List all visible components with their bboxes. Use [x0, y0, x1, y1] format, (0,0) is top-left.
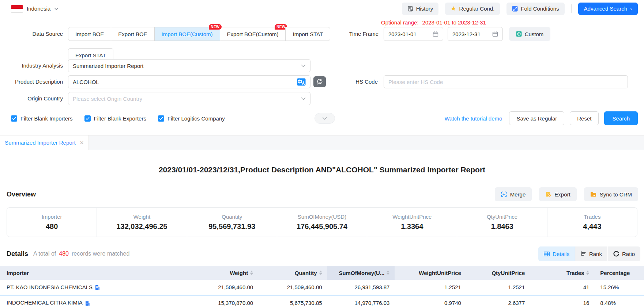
calendar-icon	[433, 31, 438, 37]
tab-summarized-importer-report[interactable]: Summarized Importer Report ×	[0, 135, 89, 150]
stat-label: Quantity	[222, 214, 242, 220]
column-trades-label: Trades	[566, 270, 584, 276]
date-to-input[interactable]: 2023-12-31	[448, 27, 503, 41]
stat-weight: Weight132,032,496.25	[97, 208, 187, 237]
industry-analysis-select[interactable]: Summarized Importer Report	[68, 59, 310, 72]
details-header: Details A total of 480 records were matc…	[7, 246, 640, 261]
product-description-label: Product Description	[0, 75, 63, 88]
view-switcher: Details Rank Ratio	[538, 246, 640, 261]
history-icon	[407, 6, 413, 12]
history-button[interactable]: History	[402, 3, 439, 15]
stat-label: Weight	[133, 214, 150, 220]
country-switcher[interactable]: Indonesia	[11, 0, 59, 17]
star-icon: ★	[451, 5, 456, 12]
tab-export-boe[interactable]: Export BOE	[111, 27, 154, 41]
stat-label: QtyUnitPrice	[487, 214, 517, 220]
importer-link[interactable]: INDOCHEMICAL CITRA KIMIA	[7, 299, 83, 306]
chevron-down-icon	[301, 97, 306, 100]
filter-blank-importers-checkbox[interactable]: Filter Blank Importers	[11, 115, 73, 122]
view-details-button[interactable]: Details	[538, 246, 575, 261]
tutorial-demo-link[interactable]: Watch the tutorial demo	[445, 115, 502, 122]
advanced-search-button[interactable]: Advanced Search ›	[578, 3, 638, 15]
topbar: Indonesia History ★ Regular Cond. Fold C…	[0, 0, 644, 17]
sort-icon[interactable]	[387, 271, 389, 275]
industry-analysis-label: Industry Analysis	[0, 59, 63, 72]
close-icon[interactable]: ×	[80, 139, 84, 146]
topbar-divider	[571, 4, 572, 13]
tab-import-boe-custom-label: Import BOE(Custom)	[162, 31, 213, 37]
filter-blank-exporters-checkbox[interactable]: Filter Blank Exporters	[84, 115, 146, 122]
product-description-input[interactable]: ALCOHOL	[68, 75, 310, 88]
quantity-cell: 5,675,730.85	[258, 295, 327, 306]
stat-sum-of-money: SumOfMoney(USD)176,445,905.74	[277, 208, 367, 237]
reset-button[interactable]: Reset	[570, 111, 599, 125]
filter-logistics-company-checkbox[interactable]: Filter Logitics Company	[158, 115, 225, 122]
save-as-regular-button[interactable]: Save as Regular	[509, 111, 564, 125]
search-button[interactable]: Search	[604, 111, 638, 125]
column-quantity[interactable]: Quantity	[258, 266, 327, 280]
column-weight[interactable]: Weight	[193, 266, 259, 280]
checkbox-checked-icon	[11, 115, 17, 122]
overview-actions: Merge Export Sync to CRM	[495, 187, 638, 201]
origin-country-select[interactable]: Please select Origin Country	[68, 92, 310, 105]
checkbox-checked-icon	[84, 115, 91, 122]
sync-to-crm-button[interactable]: Sync to CRM	[584, 187, 638, 201]
sort-icon[interactable]	[586, 271, 589, 275]
overview-heading: Overview	[7, 191, 36, 198]
tab-export-boe-custom-label: Export BOE(Custom)	[227, 31, 279, 37]
search-panel: Optional range: 2023-01-01 to 2023-12-31…	[0, 17, 644, 135]
custom-icon	[516, 31, 522, 37]
importer-link[interactable]: PT. KAO INDONESIA CHEMICALS	[7, 284, 93, 290]
regular-cond-button[interactable]: ★ Regular Cond.	[445, 3, 500, 15]
stat-value: 95,569,731.93	[208, 222, 255, 231]
date-from-value: 2023-01-01	[388, 31, 417, 37]
data-source-group: Import BOE Export BOE Import BOE(Custom)…	[68, 27, 330, 41]
column-trades[interactable]: Trades	[530, 266, 594, 280]
company-profile-icon[interactable]	[95, 285, 100, 290]
view-ratio-button[interactable]: Ratio	[608, 246, 640, 261]
stat-qty-unit-price: QtyUnitPrice1.8463	[457, 208, 547, 237]
stat-label: Trades	[584, 214, 600, 220]
column-sum-of-money[interactable]: SumOfMoney(U...	[327, 266, 395, 280]
custom-range-button[interactable]: Custom	[509, 27, 550, 41]
export-button[interactable]: Export	[539, 187, 576, 201]
date-to-value: 2023-12-31	[452, 31, 481, 37]
translate-icon[interactable]	[297, 78, 306, 86]
merge-button[interactable]: Merge	[495, 187, 532, 201]
origin-country-placeholder: Please select Origin Country	[73, 96, 142, 102]
view-details-label: Details	[553, 251, 569, 257]
details-heading: Details	[7, 250, 28, 258]
tab-export-boe-custom[interactable]: Export BOE(Custom)NEW	[220, 27, 286, 41]
column-qty-unit-price: QtyUnitPrice	[466, 266, 530, 280]
expand-conditions-button[interactable]	[315, 113, 335, 124]
overview-stats-card: Importer480 Weight132,032,496.25 Quantit…	[7, 207, 637, 237]
sync-crm-icon	[590, 192, 596, 197]
fold-conditions-button[interactable]: Fold Conditions	[506, 3, 564, 15]
hs-code-input[interactable]: Please enter HS Code	[384, 75, 628, 88]
overview-header: Overview Merge Export Sync to CRM	[7, 187, 638, 201]
merge-icon	[501, 191, 507, 197]
app-screen: Indonesia History ★ Regular Cond. Fold C…	[0, 0, 644, 306]
chevron-down-icon	[301, 64, 306, 68]
tab-import-boe-custom[interactable]: Import BOE(Custom)NEW	[154, 27, 220, 41]
matched-summary: A total of 480 records were matched	[33, 250, 129, 257]
hs-code-label: HS Code	[322, 75, 378, 88]
sort-icon[interactable]	[319, 271, 322, 275]
filter-blank-importers-label: Filter Blank Importers	[20, 115, 73, 122]
date-from-input[interactable]: 2023-01-01	[384, 27, 443, 41]
view-rank-button[interactable]: Rank	[575, 246, 608, 261]
tab-import-boe[interactable]: Import BOE	[68, 27, 111, 41]
sum-of-money-cell: 26,931,593.87	[327, 280, 395, 295]
table-row: INDOCHEMICAL CITRA KIMIA 15,370,870.00 5…	[0, 295, 644, 306]
matched-suffix: records were matched	[72, 250, 129, 257]
origin-country-label: Origin Country	[0, 92, 63, 105]
sort-icon[interactable]	[250, 271, 253, 275]
country-name: Indonesia	[27, 5, 50, 12]
company-profile-icon[interactable]	[85, 301, 90, 306]
trades-cell: 16	[530, 295, 594, 306]
result-tabstrip: Summarized Importer Report ×	[0, 135, 644, 150]
table-header-row: Importer Weight Quantity SumOfMoney(U...…	[0, 266, 644, 280]
advanced-search-label: Advanced Search	[584, 5, 627, 12]
table-row: PT. KAO INDONESIA CHEMICALS 21,509,460.0…	[0, 280, 644, 295]
report-title: 2023/01/01-2023/12/31,Product Descriptio…	[0, 165, 644, 174]
